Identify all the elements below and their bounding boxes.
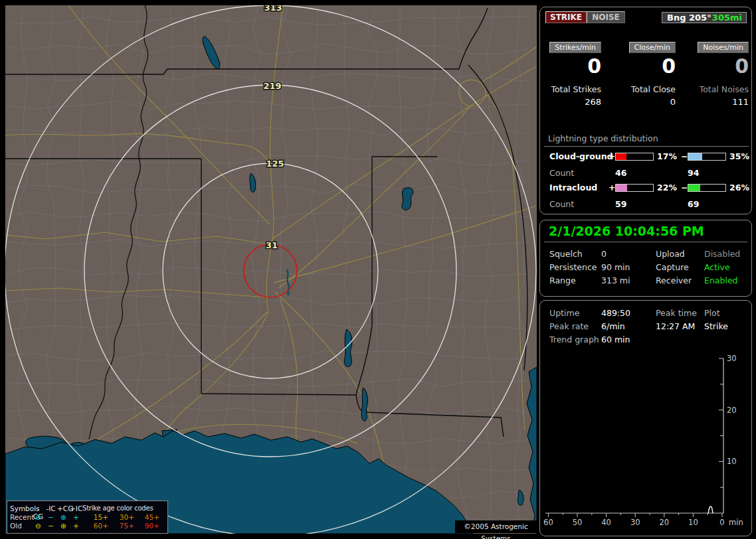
age-code: 75+: [108, 522, 134, 530]
age-code: 15+: [82, 513, 108, 522]
rate-button[interactable]: Strikes/min: [549, 42, 601, 53]
symbol-legend: Symbols-CG-IC+CG+ICStrike age color code…: [7, 501, 168, 534]
x-tick-label: 40: [601, 518, 611, 527]
negative-bar-fill: [688, 185, 700, 191]
count-row: Count5969: [540, 199, 753, 209]
minus-sign: −: [681, 151, 688, 161]
grid-cell: Enabled: [704, 275, 753, 285]
legend-row-recent: Recent⊖−⊕+15+30+45+: [10, 513, 167, 522]
type-name: Cloud-ground: [549, 151, 613, 161]
grid-cell: Plot: [704, 308, 753, 318]
lightning-map[interactable]: 313 219 125 31: [5, 5, 537, 534]
total-label: Total Close: [601, 84, 676, 94]
status-grid: Squelch0UploadDisabledPersistence90 minC…: [540, 247, 753, 287]
grid-cell: Persistence: [549, 262, 601, 272]
y-tick-label: 30: [727, 354, 737, 363]
negative-bar: [688, 153, 726, 161]
stats-trend-panel: Uptime489:50Peak timePlotPeak rate6/min1…: [539, 300, 752, 536]
grid-cell: Upload: [656, 249, 704, 259]
count-row: Count4694: [540, 168, 753, 178]
distribution-row: Intracloud+22%−26%: [540, 183, 753, 193]
ring-label-31: 31: [266, 240, 278, 250]
x-axis-unit: min: [729, 518, 743, 527]
rate-column-1: Close/min0Total Close0: [601, 42, 676, 107]
grid-cell: Capture: [656, 262, 704, 272]
grid-cell: 0: [601, 249, 656, 259]
x-tick-label: 10: [688, 518, 698, 527]
grid-cell: 6/min: [601, 321, 656, 331]
grid-cell: 90 min: [601, 262, 656, 272]
strike-symbol-icon: ⊕: [57, 522, 70, 530]
positive-pct: 17%: [657, 151, 677, 161]
total-value: 268: [540, 97, 601, 107]
total-value: 0: [601, 97, 676, 107]
strike-symbol-icon: ⊕: [57, 513, 70, 522]
age-code: 90+: [134, 522, 159, 530]
total-label: Total Noises: [676, 84, 749, 94]
grid-cell: Receiver: [656, 275, 704, 285]
minus-sign: −: [681, 183, 688, 193]
grid-cell: 60 min: [601, 335, 656, 345]
age-code: 45+: [134, 513, 159, 522]
ring-label-219: 219: [263, 81, 281, 91]
positive-pct: 22%: [657, 183, 677, 193]
noise-mode-button[interactable]: NOISE: [587, 11, 625, 23]
negative-bar: [688, 184, 726, 192]
grid-cell: 489:50: [601, 308, 656, 318]
total-value: 111: [676, 97, 749, 107]
positive-bar: [615, 184, 654, 192]
age-code: 30+: [108, 513, 134, 522]
count-label: Count: [549, 168, 574, 178]
x-tick-label: 30: [630, 518, 640, 527]
grid-cell: Peak time: [656, 308, 704, 318]
count-label: Count: [549, 199, 574, 209]
negative-bar-fill: [688, 153, 702, 160]
map-area[interactable]: 313 219 125 31 Symbols-CG-IC+CG+ICStrike…: [5, 5, 537, 534]
grid-cell: Range: [549, 275, 601, 285]
trend-spike: [708, 506, 713, 513]
y-tick-label: 10: [727, 457, 737, 466]
x-tick-label: 60: [543, 518, 553, 527]
plus-sign: +: [609, 151, 615, 161]
x-tick-label: 20: [659, 518, 669, 527]
grid-cell: Squelch: [549, 249, 601, 259]
grid-cell: Strike: [704, 321, 753, 331]
total-label: Total Strikes: [540, 84, 601, 94]
lightning-type-distribution: Lightning type distribution Cloud-ground…: [540, 133, 753, 209]
rate-button[interactable]: Close/min: [629, 42, 676, 53]
positive-bar: [615, 153, 654, 161]
negative-pct: 26%: [729, 183, 749, 193]
mode-header-row: STRIKE NOISE Bng 205° 305mi: [540, 11, 751, 25]
strike-symbol-icon: +: [70, 513, 82, 522]
copyright-text: ©2005 Astrogenic Systems: [455, 520, 537, 533]
strike-symbol-icon: +: [70, 522, 82, 530]
rate-button[interactable]: Noises/min: [698, 42, 749, 53]
bearing-range-value: 305mi: [712, 13, 746, 23]
distribution-title: Lightning type distribution: [540, 133, 753, 143]
grid-cell: 12:27 AM: [656, 321, 704, 331]
stats-grid: Uptime489:50Peak timePlotPeak rate6/min1…: [540, 306, 753, 346]
plus-sign: +: [609, 183, 615, 193]
rate-column-0: Strikes/min0Total Strikes268: [540, 42, 601, 107]
legend-row-old: Old⊖−⊕+60+75+90+: [10, 522, 167, 530]
grid-cell: Disabled: [704, 249, 753, 259]
negative-pct: 35%: [729, 151, 749, 161]
type-name: Intracloud: [549, 183, 597, 193]
bearing-readout: Bng 205° 305mi: [662, 12, 747, 23]
counters-panel: STRIKE NOISE Bng 205° 305mi Strikes/min0…: [539, 7, 752, 214]
strike-mode-button[interactable]: STRIKE: [545, 11, 587, 23]
rate-value: 0: [601, 56, 676, 77]
strike-symbol-icon: ⊖: [32, 522, 45, 530]
ring-label-125: 125: [266, 159, 284, 169]
positive-bar-fill: [616, 153, 626, 160]
grid-cell: Peak rate: [549, 321, 601, 331]
datetime-display: 2/1/2026 10:04:56 PM: [549, 224, 704, 238]
rate-value: 0: [540, 56, 601, 77]
distribution-row: Cloud-ground+17%−35%: [540, 151, 753, 162]
grid-cell: 313 mi: [601, 275, 656, 285]
y-tick-label: 20: [727, 406, 737, 415]
strike-symbol-icon: −: [45, 513, 57, 522]
positive-count: 59: [615, 199, 626, 209]
positive-count: 46: [615, 168, 626, 178]
strike-symbol-icon: ⊖: [32, 513, 45, 522]
